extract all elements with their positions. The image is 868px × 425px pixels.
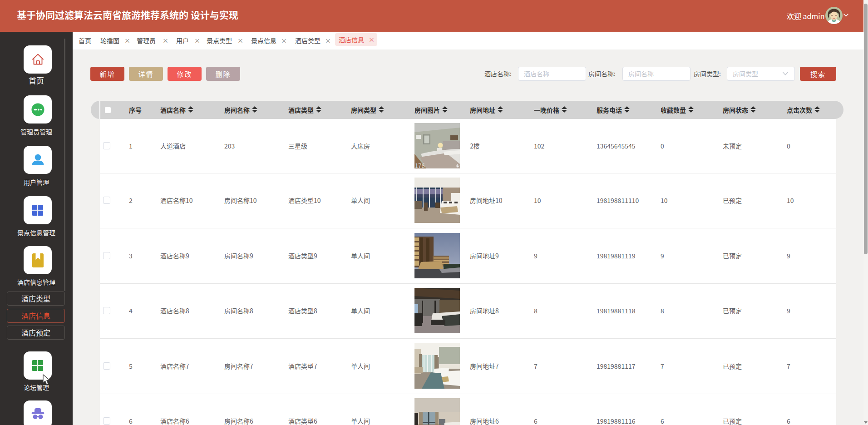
svg-text:176: 176 (415, 161, 425, 168)
